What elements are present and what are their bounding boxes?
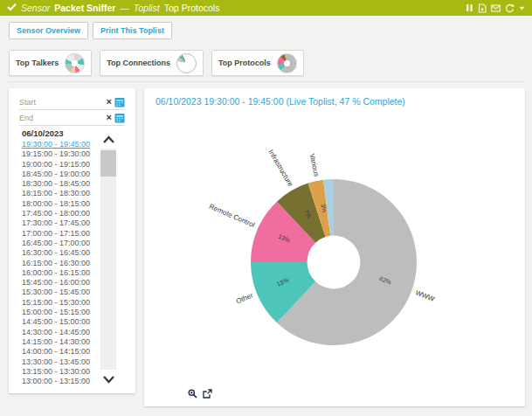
scroll-up-icon[interactable] — [100, 132, 116, 147]
timelist-date-header: 06/10/2023 — [22, 128, 64, 138]
caret-down-icon[interactable] — [519, 6, 525, 10]
pause-icon[interactable] — [466, 3, 473, 12]
timelist-item[interactable]: 19:15:00 - 19:30:00 — [22, 149, 102, 159]
top-breadcrumb-bar: Sensor Packet Sniffer — Toplist Top Prot… — [0, 0, 532, 16]
pie-chart-icon — [176, 53, 197, 73]
timelist-item[interactable]: 14:45:00 - 15:00:00 — [22, 317, 102, 327]
breadcrumb-sensor-name[interactable]: Packet Sniffer — [54, 3, 115, 13]
timelist-item[interactable]: 18:00:00 - 18:15:00 — [22, 199, 102, 209]
end-date-row: × — [19, 110, 125, 126]
toplist-tabs: Top Talkers Top Connections Top Protocol… — [9, 50, 304, 76]
timelist-scrollbar[interactable] — [100, 149, 116, 370]
protocols-donut-chart: 62%WWW13%Other13%Remote Control7%Infrast… — [144, 88, 525, 406]
tab-top-talkers-label: Top Talkers — [16, 59, 59, 67]
timelist-item[interactable]: 16:15:00 - 16:30:00 — [22, 259, 102, 268]
prtg-toplist-page: Sensor Packet Sniffer — Toplist Top Prot… — [0, 0, 532, 416]
timelist-item[interactable]: 19:30:00 - 19:45:00 — [22, 140, 102, 149]
timelist-item[interactable]: 18:15:00 - 18:30:00 — [22, 189, 102, 198]
report-icon[interactable] — [478, 3, 487, 13]
print-toplist-button[interactable]: Print This Toplist — [93, 22, 172, 39]
breadcrumb-sensor-label: Sensor — [21, 3, 50, 13]
timelist-item[interactable]: 13:30:00 - 13:45:00 — [22, 357, 102, 367]
slice-category-label: WWW — [414, 288, 436, 303]
slice-category-label: Infrastructure — [266, 149, 294, 189]
timelist-item[interactable]: 17:00:00 - 17:15:00 — [22, 229, 102, 239]
pie-chart-icon — [277, 53, 297, 73]
clear-start-icon[interactable]: × — [107, 97, 112, 107]
email-icon[interactable] — [491, 4, 501, 12]
topbar-icons — [466, 3, 525, 13]
timelist-item[interactable]: 18:45:00 - 19:00:00 — [22, 170, 102, 179]
zoom-icon[interactable] — [188, 389, 197, 399]
timelist-item[interactable]: 14:15:00 - 14:30:00 — [22, 337, 102, 347]
timelist-item[interactable]: 16:45:00 - 17:00:00 — [22, 239, 102, 248]
tab-top-talkers[interactable]: Top Talkers — [9, 50, 92, 76]
open-external-icon[interactable] — [203, 389, 212, 399]
breadcrumb-separator: — — [120, 3, 129, 13]
tab-top-protocols-label: Top Protocols — [218, 59, 271, 67]
breadcrumb-page-name: Top Protocols — [164, 3, 220, 13]
slice-category-label: Various — [307, 153, 321, 177]
scrollbar-thumb[interactable] — [100, 150, 116, 177]
tab-top-protocols[interactable]: Top Protocols — [211, 50, 304, 76]
timelist-item[interactable]: 16:00:00 - 16:15:00 — [22, 268, 102, 278]
end-date-input[interactable] — [19, 114, 104, 122]
timelist-item[interactable]: 17:30:00 - 17:45:00 — [22, 218, 102, 228]
timelist-item[interactable]: 14:30:00 - 14:45:00 — [22, 328, 102, 337]
pie-chart-icon — [65, 53, 85, 73]
slice-category-label: Other — [235, 291, 254, 305]
timelist-item[interactable]: 13:00:00 - 13:15:00 — [22, 377, 102, 386]
timelist-item[interactable]: 15:45:00 - 16:00:00 — [22, 278, 102, 288]
tab-top-connections-label: Top Connections — [107, 59, 170, 67]
tab-top-connections[interactable]: Top Connections — [100, 50, 204, 76]
timelist-item[interactable]: 19:00:00 - 19:15:00 — [22, 160, 102, 170]
toplist-chart-panel: 06/10/2023 19:30:00 - 19:45:00 (Live Top… — [144, 88, 525, 406]
refresh-icon[interactable] — [505, 3, 515, 13]
timelist-item[interactable]: 15:15:00 - 15:30:00 — [22, 298, 102, 308]
sensor-overview-button[interactable]: Sensor Overview — [9, 22, 88, 39]
timelist-item[interactable]: 18:30:00 - 18:45:00 — [22, 179, 102, 189]
section-divider — [9, 81, 525, 82]
slice-category-label: Remote Control — [208, 203, 256, 230]
calendar-icon[interactable] — [114, 97, 125, 107]
scroll-down-icon[interactable] — [100, 371, 116, 386]
time-list: 19:30:00 - 19:45:0019:15:00 - 19:30:0019… — [22, 140, 102, 386]
chart-tools — [188, 389, 212, 399]
timelist-item[interactable]: 14:00:00 - 14:15:00 — [22, 347, 102, 357]
breadcrumb-toplist-label: Toplist — [134, 3, 160, 13]
interval-picker-panel: × × 06/10/2023 19:30:00 - 19:45:0019:15:… — [9, 88, 135, 393]
timelist-item[interactable]: 13:15:00 - 13:30:00 — [22, 367, 102, 377]
timelist-item[interactable]: 17:45:00 - 18:00:00 — [22, 209, 102, 218]
timelist-item[interactable]: 15:00:00 - 15:15:00 — [22, 308, 102, 317]
start-date-row: × — [19, 94, 125, 110]
timelist-item[interactable]: 15:30:00 - 15:45:00 — [22, 288, 102, 297]
action-buttons: Sensor Overview Print This Toplist — [9, 22, 172, 39]
timelist-item[interactable]: 16:30:00 - 16:45:00 — [22, 248, 102, 258]
calendar-icon[interactable] — [114, 113, 125, 123]
sensor-ok-icon — [7, 3, 17, 13]
clear-end-icon[interactable]: × — [107, 113, 112, 122]
start-date-input[interactable] — [19, 98, 104, 107]
